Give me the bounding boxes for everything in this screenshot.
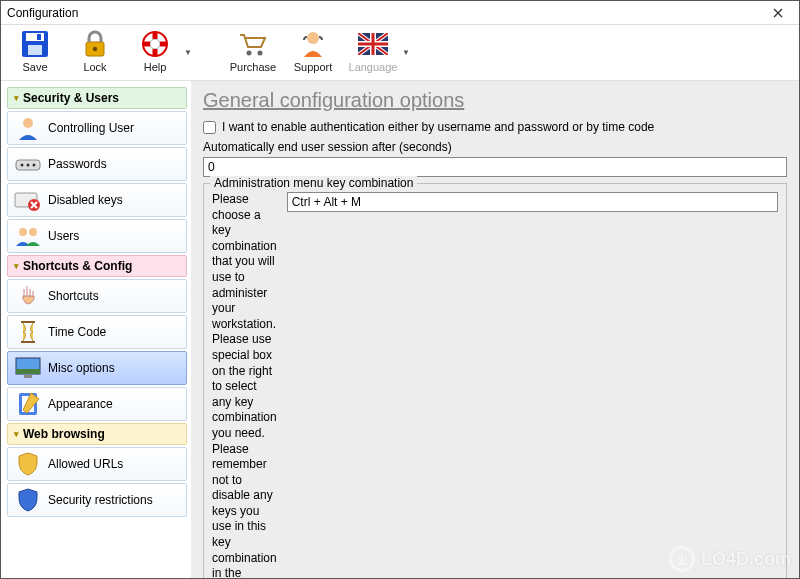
language-label: Language: [349, 61, 398, 73]
floppy-icon: [19, 28, 51, 60]
svg-rect-25: [24, 375, 32, 378]
svg-point-7: [150, 39, 160, 49]
watermark-text: LO4D.com: [701, 549, 791, 570]
group-title: Security & Users: [23, 91, 119, 105]
titlebar: Configuration: [1, 1, 799, 25]
group-title: Web browsing: [23, 427, 105, 441]
sidebar-item-label: Misc options: [48, 361, 115, 375]
admin-key-input[interactable]: [287, 192, 778, 212]
svg-point-5: [93, 47, 97, 51]
chevron-down-icon: ▾: [14, 93, 19, 103]
save-button[interactable]: Save: [9, 26, 61, 78]
group-shortcuts-config[interactable]: ▾ Shortcuts & Config: [7, 255, 187, 277]
sidebar-item-allowed-urls[interactable]: Allowed URLs: [7, 447, 187, 481]
svg-point-14: [21, 164, 24, 167]
chevron-down-icon: ▾: [14, 429, 19, 439]
hourglass-icon: [14, 318, 42, 346]
purchase-label: Purchase: [230, 61, 276, 73]
content-panel: General configuration options I want to …: [191, 81, 799, 578]
svg-point-12: [23, 118, 33, 128]
group-security-users[interactable]: ▾ Security & Users: [7, 87, 187, 109]
padlock-icon: [79, 28, 111, 60]
sidebar-item-label: Allowed URLs: [48, 457, 123, 471]
keyboard-x-icon: [14, 186, 42, 214]
admin-fieldset: Administration menu key combination Plea…: [203, 183, 787, 579]
support-icon: [297, 28, 329, 60]
sidebar-item-disabled-keys[interactable]: Disabled keys: [7, 183, 187, 217]
sidebar: ▾ Security & Users Controlling User Pass…: [1, 81, 191, 578]
window-title: Configuration: [7, 6, 78, 20]
user-icon: [14, 114, 42, 142]
cart-icon: [237, 28, 269, 60]
sidebar-item-passwords[interactable]: Passwords: [7, 147, 187, 181]
admin-text: Please choose a key combination that you…: [212, 192, 277, 579]
group-title: Shortcuts & Config: [23, 259, 132, 273]
download-icon: [669, 546, 695, 572]
chevron-down-icon: ▾: [14, 261, 19, 271]
help-label: Help: [144, 61, 167, 73]
sidebar-item-users[interactable]: Users: [7, 219, 187, 253]
sidebar-item-controlling-user[interactable]: Controlling User: [7, 111, 187, 145]
sidebar-item-security-restrictions[interactable]: Security restrictions: [7, 483, 187, 517]
notebook-icon: [14, 390, 42, 418]
lock-button[interactable]: Lock: [69, 26, 121, 78]
svg-rect-2: [28, 45, 42, 55]
svg-point-20: [29, 228, 37, 236]
svg-point-10: [307, 32, 319, 44]
purchase-button[interactable]: Purchase: [227, 26, 279, 78]
users-icon: [14, 222, 42, 250]
language-button[interactable]: Language: [347, 26, 399, 78]
svg-point-16: [33, 164, 36, 167]
close-icon: [773, 8, 783, 18]
svg-rect-24: [16, 369, 40, 374]
svg-rect-22: [21, 341, 35, 343]
auto-end-label: Automatically end user session after (se…: [203, 140, 787, 154]
sidebar-item-appearance[interactable]: Appearance: [7, 387, 187, 421]
support-button[interactable]: Support: [287, 26, 339, 78]
toolbar: Save Lock Help ▼ Purchase Support Langua…: [1, 25, 799, 81]
svg-point-8: [247, 51, 252, 56]
admin-legend: Administration menu key combination: [210, 176, 417, 190]
sidebar-item-misc-options[interactable]: Misc options: [7, 351, 187, 385]
sidebar-item-label: Security restrictions: [48, 493, 153, 507]
sidebar-item-shortcuts[interactable]: Shortcuts: [7, 279, 187, 313]
shield-blue-icon: [14, 486, 42, 514]
watermark: LO4D.com: [669, 546, 791, 572]
svg-rect-21: [21, 321, 35, 323]
help-dropdown[interactable]: ▼: [183, 26, 193, 78]
svg-point-9: [258, 51, 263, 56]
svg-point-19: [19, 228, 27, 236]
close-button[interactable]: [763, 5, 793, 21]
flag-icon: [357, 28, 389, 60]
sidebar-item-time-code[interactable]: Time Code: [7, 315, 187, 349]
lifebuoy-icon: [139, 28, 171, 60]
language-dropdown[interactable]: ▼: [401, 26, 411, 78]
auto-end-input[interactable]: [203, 157, 787, 177]
auth-checkbox-label: I want to enable authentication either b…: [222, 120, 654, 134]
sidebar-item-label: Controlling User: [48, 121, 134, 135]
shield-gold-icon: [14, 450, 42, 478]
auth-checkbox[interactable]: [203, 121, 216, 134]
sidebar-item-label: Time Code: [48, 325, 106, 339]
support-label: Support: [294, 61, 333, 73]
svg-point-15: [27, 164, 30, 167]
password-icon: [14, 150, 42, 178]
group-web-browsing[interactable]: ▾ Web browsing: [7, 423, 187, 445]
lock-label: Lock: [83, 61, 106, 73]
sidebar-item-label: Appearance: [48, 397, 113, 411]
svg-rect-1: [26, 33, 44, 41]
help-button[interactable]: Help: [129, 26, 181, 78]
hand-icon: [14, 282, 42, 310]
sidebar-item-label: Disabled keys: [48, 193, 123, 207]
page-heading: General configuration options: [203, 89, 787, 112]
save-label: Save: [22, 61, 47, 73]
svg-rect-3: [37, 34, 41, 40]
sidebar-item-label: Users: [48, 229, 79, 243]
sidebar-item-label: Passwords: [48, 157, 107, 171]
desktop-icon: [14, 354, 42, 382]
sidebar-item-label: Shortcuts: [48, 289, 99, 303]
